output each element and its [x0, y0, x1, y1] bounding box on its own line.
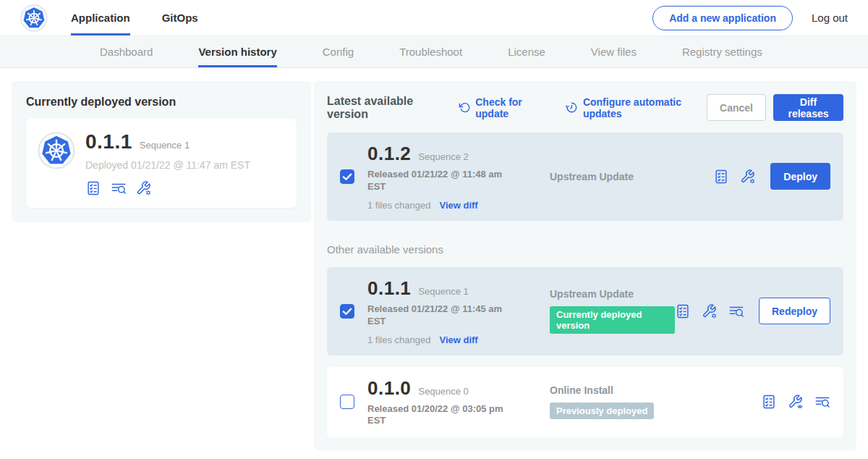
version-actions: [761, 394, 830, 410]
version-released-timestamp: Released 01/20/22 @ 03:05 pm EST: [367, 403, 503, 428]
configure-automatic-updates-link[interactable]: Configure automatic updates: [566, 96, 707, 119]
view-diff-link[interactable]: View diff: [439, 200, 477, 211]
latest-version-title: Latest available version: [327, 95, 444, 121]
tab-view-files[interactable]: View files: [591, 36, 637, 67]
version-select-checkbox[interactable]: [340, 304, 354, 319]
redeploy-button[interactable]: Redeploy: [759, 298, 830, 324]
version-actions: Deploy: [713, 163, 830, 190]
top-tab-gitops[interactable]: GitOps: [162, 0, 198, 35]
version-released-timestamp: Released 01/21/22 @ 11:45 am EST: [367, 303, 503, 328]
view-config-icon[interactable]: [788, 394, 804, 410]
version-number: 0.1.0: [367, 377, 411, 400]
check-for-update-label: Check for update: [475, 96, 548, 119]
current-version-actions: [85, 180, 250, 196]
tab-license[interactable]: License: [508, 36, 545, 67]
version-sequence: Sequence 2: [418, 151, 468, 162]
version-sequence: Sequence 0: [418, 386, 468, 397]
tab-troubleshoot[interactable]: Troubleshoot: [399, 36, 462, 67]
version-select-checkbox[interactable]: [340, 169, 354, 184]
kubernetes-logo-icon: [38, 132, 75, 169]
other-versions-label: Other available versions: [327, 243, 843, 256]
diff-releases-button[interactable]: Diff releases: [773, 94, 843, 121]
deploy-logs-icon[interactable]: [111, 180, 127, 196]
preflight-checks-icon[interactable]: [713, 169, 729, 185]
deploy-button[interactable]: Deploy: [770, 163, 830, 190]
version-card: 0.1.1 Sequence 1 Released 01/21/22 @ 11:…: [327, 267, 843, 355]
preflight-checks-icon[interactable]: [85, 180, 101, 196]
version-source-label: Online Install: [550, 384, 761, 396]
deploy-logs-icon[interactable]: [728, 303, 744, 319]
check-for-update-link[interactable]: Check for update: [459, 96, 549, 119]
top-nav: ApplicationGitOps Add a new application …: [0, 0, 868, 36]
check-update-icon: [459, 101, 471, 114]
current-deployed-timestamp: Deployed 01/21/22 @ 11:47 am EST: [85, 159, 250, 171]
files-changed-row: 1 files changed View diff: [367, 200, 509, 211]
version-status-badge: Currently deployed version: [550, 306, 675, 334]
current-version-sequence: Sequence 1: [140, 140, 190, 151]
auto-update-icon: [566, 101, 578, 114]
version-status-badge: Previously deployed: [550, 403, 654, 419]
currently-deployed-title: Currently deployed version: [26, 96, 297, 109]
tab-registry-settings[interactable]: Registry settings: [682, 36, 762, 67]
version-card: 0.1.0 Sequence 0 Released 01/20/22 @ 03:…: [327, 367, 843, 438]
edit-config-icon[interactable]: [740, 169, 756, 185]
version-number: 0.1.2: [367, 143, 411, 165]
app-sub-nav: DashboardVersion historyConfigTroublesho…: [0, 36, 868, 68]
tab-config[interactable]: Config: [323, 36, 354, 67]
app-logo: [20, 0, 48, 35]
top-tabs: ApplicationGitOps: [71, 0, 198, 35]
preflight-checks-icon[interactable]: [675, 303, 691, 319]
version-source-label: Upstream Update: [550, 288, 675, 300]
version-actions: Redeploy: [675, 298, 830, 324]
version-released-timestamp: Released 01/21/22 @ 11:48 am EST: [367, 169, 503, 193]
tab-version-history[interactable]: Version history: [198, 36, 276, 67]
version-source-label: Upstream Update: [550, 171, 713, 182]
edit-config-icon[interactable]: [136, 180, 152, 196]
version-sequence: Sequence 1: [418, 286, 468, 297]
configure-automatic-updates-label: Configure automatic updates: [583, 96, 707, 119]
current-version-number: 0.1.1: [85, 130, 132, 153]
currently-deployed-panel: Currently deployed version 0.1.1 Sequenc…: [12, 81, 311, 222]
logout-button[interactable]: Log out: [812, 12, 848, 24]
view-diff-link[interactable]: View diff: [439, 334, 477, 345]
edit-config-icon[interactable]: [702, 303, 718, 319]
files-changed-label: 1 files changed: [367, 334, 430, 345]
main-content: Currently deployed version 0.1.1 Sequenc…: [0, 68, 868, 450]
currently-deployed-card: 0.1.1 Sequence 1 Deployed 01/21/22 @ 11:…: [26, 119, 297, 208]
preflight-checks-icon[interactable]: [761, 394, 777, 410]
tab-dashboard[interactable]: Dashboard: [100, 36, 153, 67]
deploy-logs-icon[interactable]: [814, 394, 830, 410]
kubernetes-logo-icon: [20, 4, 48, 32]
files-changed-label: 1 files changed: [367, 200, 430, 211]
version-select-checkbox[interactable]: [340, 395, 354, 409]
version-history-panel: Latest available version Check for updat…: [314, 81, 856, 450]
files-changed-row: 1 files changed View diff: [367, 334, 509, 345]
top-tab-application[interactable]: Application: [71, 0, 130, 35]
version-number: 0.1.1: [367, 277, 411, 300]
version-card: 0.1.2 Sequence 2 Released 01/21/22 @ 11:…: [327, 132, 843, 221]
cancel-button[interactable]: Cancel: [707, 94, 766, 121]
add-application-button[interactable]: Add a new application: [652, 6, 793, 30]
